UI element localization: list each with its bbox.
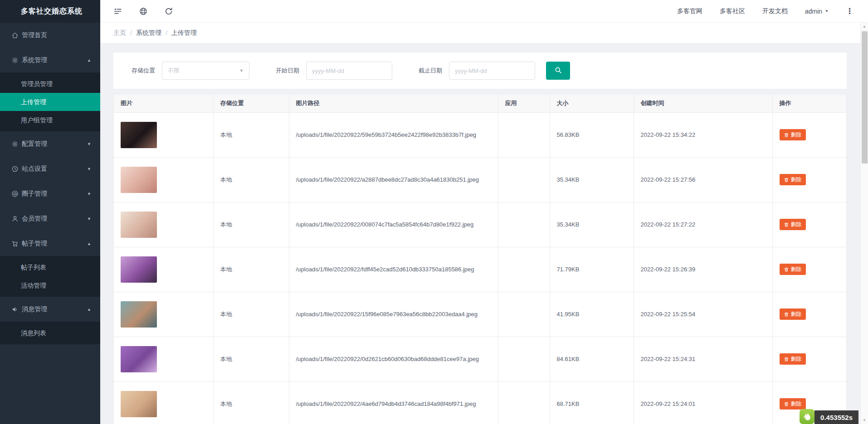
sidebar-item-label: 系统管理	[22, 56, 47, 64]
submenu-message-manage: 消息列表	[0, 322, 100, 344]
uploads-table: 图片存储位置图片路径应用大小创建时间操作 本地/uploads/1/file/2…	[114, 94, 846, 424]
storage-select[interactable]: 不限 ▼	[162, 62, 249, 80]
end-date-input[interactable]	[449, 62, 535, 80]
sidebar-item-post-manage[interactable]: 帖子管理▲	[0, 231, 100, 256]
image-path: /uploads/1/file/20220922/59e59b3724b5ee2…	[296, 131, 477, 138]
trace-time[interactable]: 0.453552s	[814, 410, 858, 424]
delete-button[interactable]: 删除	[780, 308, 806, 320]
sidebar-item-label: 配置管理	[22, 140, 47, 148]
table-header-row: 图片存储位置图片路径应用大小创建时间操作	[114, 94, 846, 112]
chevron-down-icon: ▼	[87, 217, 91, 221]
scrollbar-thumb[interactable]	[862, 31, 868, 164]
sidebar-item-dashboard[interactable]: 管理首页	[0, 23, 100, 48]
file-size: 41.95KB	[557, 311, 580, 318]
chevron-up-icon: ▲	[87, 58, 91, 63]
column-header-3: 应用	[498, 94, 550, 112]
upload-thumbnail[interactable]	[121, 167, 157, 193]
upload-thumbnail[interactable]	[121, 122, 157, 148]
trash-icon	[784, 312, 789, 317]
sidebar-item-upload-manage[interactable]: 上传管理	[0, 93, 100, 111]
upload-thumbnail[interactable]	[121, 346, 157, 372]
main-area: 多客官网 多客社区 开发文档 admin ▼ ⋮ 主页 / 系统管理 / 上传管…	[100, 0, 868, 424]
upload-thumbnail[interactable]	[121, 301, 157, 328]
search-icon	[554, 66, 562, 76]
breadcrumb: 主页 / 系统管理 / 上传管理	[100, 23, 868, 43]
image-path: /uploads/1/file/20220922/fdff45e2cad52d6…	[296, 266, 474, 273]
delete-button[interactable]: 删除	[780, 129, 806, 140]
scroll-down-icon[interactable]: ▼	[861, 416, 868, 424]
globe-icon[interactable]	[139, 7, 148, 16]
table-row: 本地/uploads/1/file/20220922/008074c7fac5a…	[114, 202, 846, 247]
clock-icon	[11, 165, 19, 173]
sidebar-item-site-settings[interactable]: 站点设置▼	[0, 156, 100, 181]
more-vertical-icon[interactable]: ⋮	[846, 6, 857, 16]
select-caret-icon: ▼	[239, 68, 244, 73]
breadcrumb-separator: /	[166, 29, 167, 37]
delete-button-label: 删除	[791, 265, 802, 273]
sidebar-item-user-group-manage[interactable]: 用户组管理	[0, 111, 100, 129]
sidebar-item-activity-manage[interactable]: 活动管理	[0, 276, 100, 294]
breadcrumb-system[interactable]: 系统管理	[136, 29, 161, 37]
created-time: 2022-09-22 15:24:31	[641, 356, 696, 362]
storage-value: 本地	[220, 131, 232, 138]
delete-button[interactable]: 删除	[780, 264, 806, 275]
file-size: 71.79KB	[557, 266, 580, 273]
delete-button-label: 删除	[791, 221, 802, 228]
breadcrumb-home[interactable]: 主页	[113, 29, 126, 37]
table-body: 本地/uploads/1/file/20220922/59e59b3724b5e…	[114, 112, 846, 424]
created-time: 2022-09-22 15:27:56	[641, 176, 696, 183]
search-button[interactable]	[546, 62, 570, 80]
delete-button[interactable]: 删除	[780, 219, 806, 230]
submenu-post-manage: 帖子列表活动管理	[0, 256, 100, 297]
upload-thumbnail[interactable]	[121, 256, 157, 283]
sidebar-item-message-manage[interactable]: 消息管理▲	[0, 297, 100, 322]
upload-thumbnail[interactable]	[121, 212, 157, 238]
link-dev-docs[interactable]: 开发文档	[762, 7, 788, 15]
delete-button[interactable]: 删除	[780, 398, 806, 410]
image-path: /uploads/1/file/20220922/15f96e085e7963e…	[296, 311, 478, 318]
image-path: /uploads/1/file/20220922/a2887dbee8dc27a…	[296, 176, 479, 183]
trash-icon	[784, 357, 789, 362]
sidebar: 多客社交婚恋系统 管理首页系统管理▲管理员管理上传管理用户组管理配置管理▼站点设…	[0, 0, 100, 424]
at-icon	[11, 190, 19, 198]
image-path: /uploads/1/file/20220922/008074c7fac5a58…	[296, 221, 474, 228]
file-size: 68.71KB	[557, 400, 580, 407]
sidebar-item-config-manage[interactable]: 配置管理▼	[0, 131, 100, 156]
trash-icon	[784, 401, 789, 407]
user-menu[interactable]: admin ▼	[805, 8, 829, 15]
delete-button-label: 删除	[791, 310, 802, 318]
vertical-scrollbar[interactable]: ▲ ▼	[860, 23, 868, 424]
upload-thumbnail[interactable]	[121, 391, 157, 417]
storage-value: 本地	[220, 266, 232, 273]
scroll-up-icon[interactable]: ▲	[861, 23, 868, 30]
sidebar-item-member-manage[interactable]: 会员管理▼	[0, 206, 100, 231]
delete-button[interactable]: 删除	[780, 353, 806, 365]
link-community[interactable]: 多客社区	[720, 7, 745, 15]
sidebar-item-circle-manage[interactable]: 圈子管理▼	[0, 181, 100, 206]
topbar-links: 多客官网 多客社区 开发文档 admin ▼ ⋮	[677, 6, 857, 16]
menu-fold-icon[interactable]	[113, 7, 122, 16]
end-date-label: 截止日期	[419, 67, 442, 75]
image-path: /uploads/1/file/20220922/4ae6d794db4d374…	[296, 400, 476, 407]
sidebar-item-message-list[interactable]: 消息列表	[0, 324, 100, 342]
breadcrumb-separator: /	[130, 29, 132, 37]
file-size: 56.83KB	[557, 131, 580, 138]
sidebar-item-admin-manage[interactable]: 管理员管理	[0, 75, 100, 93]
sidebar-item-post-list[interactable]: 帖子列表	[0, 258, 100, 276]
sidebar-item-label: 站点设置	[22, 165, 47, 173]
delete-button[interactable]: 删除	[780, 174, 806, 185]
start-date-input[interactable]	[306, 62, 392, 80]
delete-button-label: 删除	[791, 176, 802, 183]
file-size: 84.61KB	[557, 356, 580, 362]
topbar: 多客官网 多客社区 开发文档 admin ▼ ⋮	[100, 0, 868, 23]
chevron-up-icon: ▲	[87, 241, 91, 246]
link-official-site[interactable]: 多客官网	[677, 7, 702, 15]
refresh-icon[interactable]	[164, 7, 173, 16]
created-time: 2022-09-22 15:26:39	[641, 266, 696, 273]
topbar-icons	[113, 7, 173, 16]
column-header-4: 大小	[550, 94, 634, 112]
thinkphp-logo-icon[interactable]	[800, 409, 814, 424]
user-name: admin	[805, 8, 822, 15]
sidebar-item-system-manage[interactable]: 系统管理▲	[0, 48, 100, 72]
breadcrumb-current: 上传管理	[171, 29, 197, 37]
